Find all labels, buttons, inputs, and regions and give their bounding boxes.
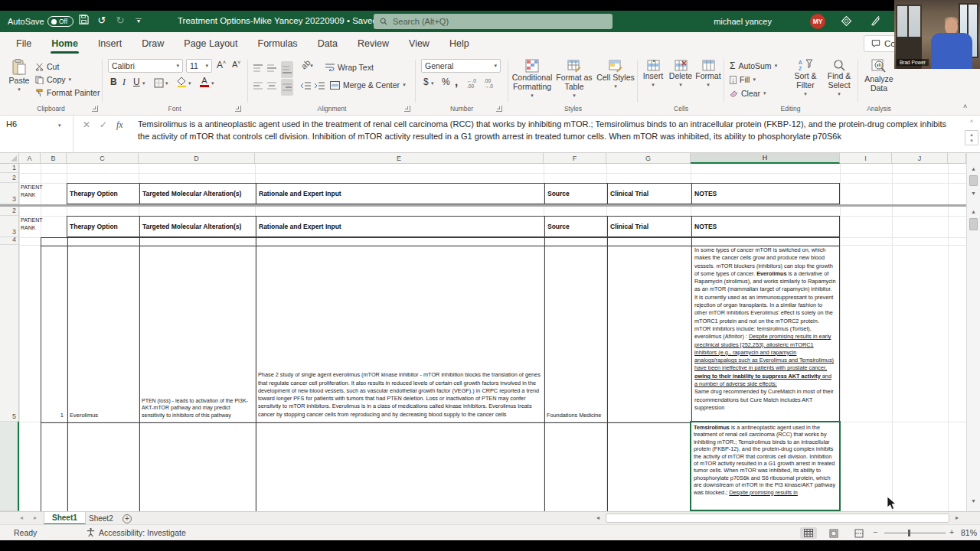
row-header-2b[interactable]: 2: [0, 207, 19, 216]
avatar[interactable]: MY: [810, 14, 825, 29]
tab-formulas[interactable]: Formulas: [248, 32, 308, 55]
zoom-in-button[interactable]: +: [949, 527, 954, 536]
copy-button[interactable]: Copy▾: [35, 73, 71, 86]
align-middle-icon[interactable]: [267, 61, 276, 75]
orientation-icon[interactable]: ab▾: [301, 60, 313, 69]
borders-button[interactable]: [154, 77, 164, 91]
cell-c5-therapy[interactable]: Everolimus: [68, 245, 137, 420]
italic-button[interactable]: I: [122, 77, 126, 88]
scroll-thumb-bottom[interactable]: [969, 218, 978, 230]
col-header-e[interactable]: E: [255, 153, 544, 164]
cut-button[interactable]: Cut: [35, 60, 59, 73]
cell-g3-clinical-trial[interactable]: Clinical Trial: [607, 184, 691, 204]
align-bottom-icon[interactable]: [281, 61, 293, 78]
scroll-up-bottom-icon[interactable]: ▲: [969, 209, 978, 214]
fill-button[interactable]: ↓ Fill▾: [730, 73, 756, 86]
sheet-nav-right-icon[interactable]: ▸: [34, 514, 37, 521]
font-dialog-launcher[interactable]: [235, 106, 241, 112]
page-layout-view-button[interactable]: [825, 527, 842, 539]
autosum-button[interactable]: Σ AutoSum▾: [730, 60, 777, 72]
sort-filter-button[interactable]: AZ Sort & Filter▾: [789, 59, 822, 99]
add-sheet-button[interactable]: +: [122, 514, 132, 523]
enter-icon[interactable]: ✓: [100, 119, 107, 130]
cell-f5-source[interactable]: Foundations Medicine: [545, 245, 606, 420]
increase-decimal-icon[interactable]: ←.0.00: [467, 78, 476, 89]
cell-h6-selected[interactable]: Temsirolimus is a antineoplastic agent u…: [690, 421, 841, 511]
increase-indent-icon[interactable]: [315, 79, 325, 93]
formula-bar-input[interactable]: Temsirolimus is a antineoplastic agent u…: [138, 119, 959, 149]
delete-cells-button[interactable]: Delete▾: [668, 60, 694, 90]
accessibility-status[interactable]: Accessibility: Investigate: [99, 528, 186, 537]
tab-file[interactable]: File: [6, 32, 41, 55]
conditional-formatting-button[interactable]: Conditional Formatting▾: [511, 59, 554, 100]
merge-center-button[interactable]: Merge & Center▾: [330, 79, 406, 91]
tab-page-layout[interactable]: Page Layout: [174, 32, 247, 55]
col-header-b[interactable]: B: [41, 153, 67, 164]
wrap-text-button[interactable]: Wrap Text: [325, 61, 374, 73]
col-header-g[interactable]: G: [606, 153, 691, 164]
col-header-c[interactable]: C: [67, 153, 139, 164]
tab-view[interactable]: View: [399, 32, 439, 55]
cell-styles-button[interactable]: Cell Styles▾: [596, 59, 635, 91]
col-header-i[interactable]: I: [840, 153, 892, 164]
tab-data[interactable]: Data: [308, 32, 348, 55]
row-header-2[interactable]: 2: [0, 173, 19, 183]
underline-chevron-icon[interactable]: ▾: [142, 80, 145, 86]
decrease-font-icon[interactable]: A˅: [232, 60, 240, 69]
insert-function-icon[interactable]: fx: [116, 119, 123, 131]
analyze-data-button[interactable]: Analyze Data: [861, 59, 897, 93]
format-painter-button[interactable]: Format Painter: [35, 86, 100, 99]
cell-f3-source[interactable]: Source: [544, 184, 607, 204]
tab-insert[interactable]: Insert: [88, 32, 132, 55]
undo-icon[interactable]: ↺: [95, 15, 109, 26]
hscroll-left-icon[interactable]: ◂: [596, 514, 599, 521]
currency-chevron-icon[interactable]: ▾: [431, 80, 434, 86]
clear-button[interactable]: Clear▾: [730, 87, 766, 99]
cell-c3b-therapy-option[interactable]: Therapy Option: [67, 217, 139, 236]
row-header-6-selected[interactable]: [0, 422, 19, 511]
tab-home[interactable]: Home: [41, 32, 88, 55]
format-cells-button[interactable]: Format▾: [695, 60, 721, 90]
decrease-indent-icon[interactable]: [301, 79, 311, 93]
name-box-chevron-icon[interactable]: ▾: [58, 122, 61, 129]
cell-d3b-alterations[interactable]: Targeted Molecular Alteration(s): [139, 217, 256, 236]
fill-color-chevron-icon[interactable]: ▾: [188, 80, 191, 86]
sheet-tab-sheet2[interactable]: Sheet2: [81, 512, 121, 525]
font-color-chevron-icon[interactable]: ▾: [211, 80, 214, 86]
accessibility-icon[interactable]: [86, 527, 96, 539]
row-header-5[interactable]: 5: [0, 245, 19, 422]
cell-b5-rank[interactable]: 1: [41, 245, 65, 420]
zoom-out-button[interactable]: −: [873, 527, 877, 536]
align-top-icon[interactable]: [253, 61, 263, 75]
scroll-down-bottom-icon[interactable]: ▼: [969, 498, 978, 504]
insert-cells-button[interactable]: Insert▾: [640, 60, 666, 90]
col-header-a[interactable]: A: [19, 153, 41, 164]
zoom-slider-thumb[interactable]: [908, 530, 910, 536]
select-all-corner[interactable]: [0, 153, 19, 164]
col-header-j[interactable]: J: [892, 153, 948, 164]
scroll-thumb-top[interactable]: [969, 175, 978, 186]
autosave-toggle[interactable]: Off: [47, 16, 74, 27]
cancel-icon[interactable]: ✕: [83, 119, 90, 130]
cell-e3-rationale[interactable]: Rationale and Expert Input: [256, 184, 544, 204]
find-select-button[interactable]: Find & Select▾: [823, 59, 855, 99]
cell-e5-rationale[interactable]: Phase 2 study of single agent everolimus…: [256, 245, 542, 420]
search-box[interactable]: Search (Alt+Q): [374, 14, 612, 29]
cell-a3b-patient-rank[interactable]: PATIENT RANK: [21, 217, 44, 232]
sheet-tab-sheet1[interactable]: Sheet1: [44, 512, 86, 525]
comma-format-button[interactable]: ,: [455, 75, 458, 88]
vertical-scrollbar[interactable]: ▲ ▼ ▲ ▼: [966, 153, 980, 511]
hscroll-right-icon[interactable]: ▸: [956, 514, 959, 521]
alignment-dialog-launcher[interactable]: [404, 106, 410, 112]
cell-g3b-clinical-trial[interactable]: Clinical Trial: [607, 217, 691, 236]
ink-pen-icon[interactable]: [870, 15, 881, 30]
cell-e3b-rationale[interactable]: Rationale and Expert Input: [256, 217, 544, 236]
scroll-up-top-icon[interactable]: ▲: [969, 166, 978, 171]
fill-color-button[interactable]: [177, 77, 187, 90]
col-header-partial[interactable]: [948, 153, 966, 164]
save-icon[interactable]: [77, 15, 90, 27]
cell-d3-alterations[interactable]: Targeted Molecular Alteration(s): [139, 184, 256, 204]
row-header-3b[interactable]: 3: [0, 216, 19, 237]
name-box[interactable]: H6 ▾: [0, 116, 74, 153]
align-right-icon[interactable]: [281, 79, 293, 96]
